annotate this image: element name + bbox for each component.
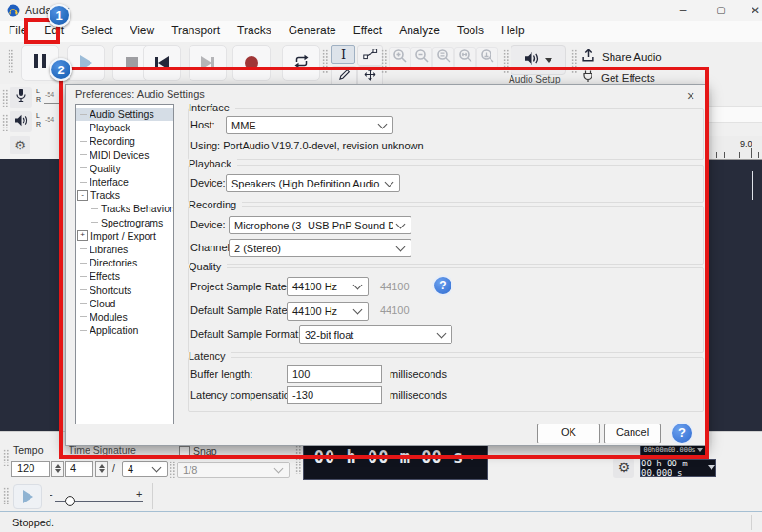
maximize-button[interactable]: ▢ [705, 0, 737, 21]
get-effects-button[interactable]: Get Effects [581, 71, 676, 85]
audio-setup-button[interactable] [511, 45, 566, 75]
tools-grip[interactable] [322, 49, 328, 74]
toolbar: I Audio Setup Share Audio Get Effects [0, 42, 762, 84]
latency-comp-unit: milliseconds [390, 389, 447, 401]
record-meter-grip[interactable] [2, 89, 8, 107]
record-button[interactable] [232, 45, 271, 81]
share-audio-button[interactable]: Share Audio [581, 47, 676, 68]
dialog-close-icon[interactable]: ✕ [683, 89, 698, 104]
play-at-speed-toolbar: - + [0, 481, 762, 511]
menu-item-tracks[interactable]: Tracks [229, 21, 280, 42]
zoom-out-button[interactable] [411, 47, 432, 69]
zoom-in-button[interactable] [389, 47, 411, 69]
tree-item-spectrograms[interactable]: Spectrograms [76, 216, 173, 229]
ts-upper-spinner[interactable] [95, 461, 108, 477]
playspeed-grip[interactable] [3, 487, 9, 504]
ts-upper-input[interactable]: 4 [65, 461, 93, 477]
audio-setup-grip[interactable] [503, 49, 509, 74]
play-meter-button[interactable] [10, 111, 32, 132]
envelope-tool-button[interactable] [357, 45, 383, 66]
tree-item-interface[interactable]: Interface [76, 175, 173, 188]
playback-device-select[interactable]: Speakers (High Definition Audio [226, 174, 400, 192]
vertical-scrollbar[interactable] [752, 171, 753, 200]
dialog-help-button[interactable]: ? [671, 422, 693, 444]
tree-item-import-export[interactable]: +Import / Export [76, 229, 173, 243]
zoom-fit-button[interactable] [454, 47, 476, 69]
ts-divider: / [112, 463, 115, 474]
tree-item-effects[interactable]: Effects [76, 269, 173, 283]
time-signature-grip[interactable] [3, 449, 9, 466]
menu-item-generate[interactable]: Generate [280, 21, 345, 42]
audacity-window: Audacity – ▢ ✕ FileEditSelectViewTranspo… [0, 0, 762, 532]
collapse-icon[interactable]: - [77, 190, 88, 201]
play-at-speed-button[interactable] [13, 484, 42, 509]
tree-item-quality[interactable]: Quality [76, 162, 173, 175]
tree-item-directories[interactable]: Directories [76, 256, 173, 269]
play-button[interactable] [67, 45, 105, 81]
close-button[interactable]: ✕ [739, 0, 762, 21]
timeline-ruler[interactable]: 9.0 [709, 136, 762, 160]
track-canvas-right[interactable] [709, 159, 762, 431]
cancel-button[interactable]: Cancel [604, 424, 661, 443]
quality-help-button[interactable]: ? [432, 275, 453, 296]
tree-item-tracks-behaviors[interactable]: Tracks Behaviors [76, 202, 173, 215]
zoom-toggle-button[interactable] [476, 47, 498, 69]
menu-item-effect[interactable]: Effect [345, 21, 391, 42]
selection-end-display[interactable]: 00 h 00 m 00.000 s [640, 459, 716, 477]
snap-grip[interactable] [170, 461, 175, 478]
menu-item-analyze[interactable]: Analyze [391, 21, 449, 42]
project-rate-select[interactable]: 44100 Hz [287, 277, 369, 296]
snap-checkbox[interactable] [179, 446, 190, 457]
play-meter-slider[interactable] [44, 128, 60, 128]
record-meter-button[interactable] [10, 87, 32, 108]
selection-tool-button[interactable]: I [331, 45, 355, 64]
menu-item-select[interactable]: Select [72, 21, 121, 42]
selection-settings-gear-button[interactable]: ⚙ [613, 458, 634, 478]
toolbar-separator [152, 483, 153, 509]
menu-item-transport[interactable]: Transport [163, 21, 229, 42]
loop-button[interactable] [282, 45, 320, 81]
latency-comp-input[interactable]: -130 [287, 386, 382, 404]
tree-item-playback[interactable]: Playback [76, 121, 173, 134]
host-select[interactable]: MME [226, 116, 393, 134]
transport-grip[interactable] [8, 49, 13, 74]
zoom-selection-button[interactable] [432, 47, 454, 69]
skip-to-end-button[interactable] [189, 45, 227, 81]
format-select[interactable]: 32-bit float [299, 325, 452, 344]
channels-select[interactable]: 2 (Stereo) [229, 239, 411, 257]
menu-item-help[interactable]: Help [492, 21, 533, 42]
tree-item-application[interactable]: Application [76, 324, 173, 337]
tree-item-shortcuts[interactable]: Shortcuts [76, 283, 173, 296]
minimize-button[interactable]: – [667, 0, 699, 21]
play-meter-grip[interactable] [2, 114, 8, 131]
buffer-length-input[interactable]: 100 [287, 365, 382, 383]
track-settings-gear-button[interactable]: ⚙ [10, 136, 30, 154]
speed-slider-handle[interactable] [65, 496, 75, 506]
recording-device-select[interactable]: Microphone (3- USB PnP Sound De [229, 216, 411, 234]
skip-to-start-button[interactable] [143, 45, 181, 81]
tree-item-modules[interactable]: Modules [76, 310, 173, 324]
time-grip[interactable] [295, 445, 301, 474]
tempo-input[interactable]: 120 [11, 461, 50, 477]
menu-item-file[interactable]: File [0, 21, 35, 42]
record-meter-slider[interactable] [44, 103, 60, 104]
tree-item-label: Interface [90, 176, 129, 187]
tree-item-midi-devices[interactable]: MIDI Devices [76, 148, 173, 162]
share-grip[interactable] [572, 49, 577, 74]
tree-item-libraries[interactable]: Libraries [76, 243, 173, 256]
expand-icon[interactable]: + [77, 230, 88, 241]
zoom-grip[interactable] [381, 49, 387, 74]
menu-item-tools[interactable]: Tools [449, 21, 492, 42]
ok-button[interactable]: OK [537, 424, 600, 443]
menu-item-view[interactable]: View [121, 21, 163, 42]
tree-item-tracks[interactable]: -Tracks [76, 188, 173, 202]
default-rate-select[interactable]: 44100 Hz [287, 302, 369, 321]
tree-item-audio-settings[interactable]: Audio Settings [76, 108, 173, 121]
track-canvas-left[interactable] [0, 159, 63, 431]
stop-icon [126, 57, 138, 69]
tree-item-recording[interactable]: Recording [76, 134, 173, 148]
ts-lower-select[interactable]: 4 [122, 461, 168, 477]
tree-item-cloud[interactable]: Cloud [76, 297, 173, 310]
tempo-spinner[interactable] [51, 461, 64, 477]
snap-select[interactable]: 1/8 [177, 462, 290, 478]
